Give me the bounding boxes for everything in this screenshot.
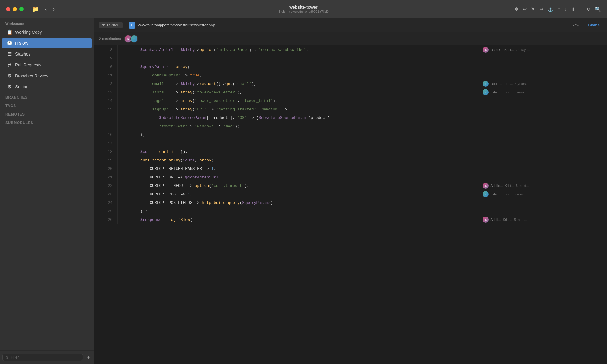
anchor-icon[interactable]: ⚓ (548, 6, 554, 12)
close-button[interactable] (6, 7, 10, 11)
stashes-label: Stashes (15, 52, 31, 56)
contributors-label: 2 contributors (99, 37, 121, 41)
forward-icon[interactable]: ↪ (539, 6, 543, 12)
blame-button[interactable]: Blame (585, 22, 602, 28)
content-area: 991a78d0 › P www/site/snippets/newslette… (94, 18, 607, 364)
sidebar-item-settings[interactable]: ⚙ Settings (2, 82, 92, 92)
table-row: 11 'doubleOptIn' => true, (94, 71, 607, 79)
raw-button[interactable]: Raw (569, 22, 582, 28)
blame-message: Initial... (490, 90, 501, 94)
sidebar-bottom: ⊙ Filter + (0, 350, 94, 364)
line-number: 25 (94, 207, 117, 215)
line-content: $obsoleteSourceParam['product'], 'OS' =>… (117, 113, 480, 122)
blame-author: Krist... (505, 184, 514, 187)
blame-cell: TUpdat...Tobi...4 years... (480, 79, 607, 88)
line-content (117, 54, 480, 62)
line-number: 15 (94, 105, 117, 113)
sidebar-item-stashes[interactable]: ☰ Stashes (2, 49, 92, 59)
file-path: www/site/snippets/newsletter/newsletter.… (138, 23, 566, 27)
table-row: 25 )); (94, 207, 607, 215)
sidebar-item-working-copy[interactable]: 📋 Working Copy (2, 27, 92, 37)
branches-review-icon: ⚙ (7, 73, 12, 79)
blame-time: 5 mont... (514, 218, 527, 221)
blame-time: 22 days... (516, 48, 530, 52)
flag-icon[interactable]: ⚑ (531, 6, 535, 12)
pull-requests-label: Pull Requests (15, 62, 41, 67)
blame-cell: TInitial...Tobi...5 years... (480, 190, 607, 198)
line-content: 'signup' => array('URI' => 'getting_star… (117, 105, 480, 113)
table-row: 24 CURLOPT_POSTFIELDS => http_build_quer… (94, 198, 607, 207)
blame-avatar: T (483, 89, 489, 95)
sidebar-item-pull-requests[interactable]: ⇄ Pull Requests (2, 60, 92, 70)
blame-cell (480, 71, 607, 79)
nav-back-button[interactable]: ‹ (45, 6, 47, 12)
line-number: 19 (94, 156, 117, 164)
main-layout: Workspace 📋 Working Copy 🕐 History ☰ Sta… (0, 18, 607, 364)
table-row: 21 CURLOPT_URL => $contactApiUrl, (94, 173, 607, 181)
code-area: 8 $contactApiUrl = $kirby->option('urls.… (94, 46, 607, 364)
table-row: 20 CURLOPT_RETURNTRANSFER => 1, (94, 164, 607, 173)
blame-cell (480, 122, 607, 130)
commit-hash[interactable]: 991a78d0 (99, 22, 123, 28)
line-content: )); (117, 207, 480, 215)
download-icon[interactable]: ↓ (565, 6, 567, 12)
maximize-button[interactable] (19, 7, 24, 11)
line-content: $queryParams = array( (117, 62, 480, 71)
blame-time: 4 years... (515, 82, 528, 86)
blame-time: 5 years... (514, 192, 527, 196)
line-number (94, 122, 117, 130)
blame-cell: KUse R...Krist...22 days... (480, 46, 607, 54)
share-icon[interactable]: ↩ (523, 6, 527, 12)
blame-cell (480, 113, 607, 122)
line-number: 18 (94, 147, 117, 156)
folder-icon[interactable]: 📁 (32, 6, 39, 12)
table-row: 15 'signup' => array('URI' => 'getting_s… (94, 105, 607, 113)
working-copy-label: Working Copy (15, 30, 42, 35)
line-content: CURLOPT_URL => $contactApiUrl, (117, 173, 480, 181)
minimize-button[interactable] (13, 7, 17, 11)
line-number: 20 (94, 164, 117, 173)
blame-message: Initial... (490, 192, 501, 196)
blame-time: 5 mont... (516, 184, 529, 187)
line-number: 22 (94, 181, 117, 190)
toolbar-right: ✥ ↩ ⚑ ↪ ⚓ ↑ ↓ ⬆ ⑂ ↺ 🔍 (513, 6, 607, 12)
line-number: 16 (94, 130, 117, 139)
traffic-lights: 📁 ‹ › (0, 6, 94, 12)
table-row: 8 $contactApiUrl = $kirby->option('urls.… (94, 46, 607, 54)
line-number: 12 (94, 79, 117, 88)
blame-cell (480, 173, 607, 181)
table-row: 23 CURLOPT_POST => 1,TInitial...Tobi...5… (94, 190, 607, 198)
merge-icon[interactable]: ⑂ (579, 6, 582, 12)
blame-cell: KAdd lo...Krist...5 mont... (480, 181, 607, 190)
line-number: 9 (94, 54, 117, 62)
settings-icon: ⚙ (7, 84, 12, 89)
table-row: 22 CURLOPT_TIMEOUT => option('curl.timeo… (94, 181, 607, 190)
blame-cell (480, 96, 607, 105)
title-center: website-tower Blob – newsletter.php@991a… (94, 5, 513, 13)
remotes-group: Remotes (0, 109, 94, 118)
line-content: 'doubleOptIn' => true, (117, 71, 480, 79)
table-row: 18 $curl = curl_init(); (94, 147, 607, 156)
refresh-icon[interactable]: ↺ (587, 6, 591, 12)
working-copy-icon: 📋 (7, 29, 12, 35)
nav-forward-button[interactable]: › (53, 6, 55, 12)
filter-input[interactable]: ⊙ Filter (2, 354, 83, 361)
blame-time: 5 years... (514, 90, 527, 94)
code-scroll[interactable]: 8 $contactApiUrl = $kirby->option('urls.… (94, 46, 607, 364)
line-content: $contactApiUrl = $kirby->option('urls.ap… (117, 46, 480, 54)
blame-cell (480, 156, 607, 164)
line-number: 10 (94, 62, 117, 71)
up-icon[interactable]: ↑ (558, 6, 560, 12)
line-content: CURLOPT_RETURNTRANSFER => 1, (117, 164, 480, 173)
search-icon[interactable]: 🔍 (595, 6, 601, 12)
blame-cell (480, 198, 607, 207)
branches-group: Branches (0, 92, 94, 101)
add-button[interactable]: + (85, 354, 91, 361)
blame-cell (480, 105, 607, 113)
sidebar-item-branches-review[interactable]: ⚙ Branches Review (2, 71, 92, 81)
sidebar-item-history[interactable]: 🕐 History (2, 38, 92, 48)
export-icon[interactable]: ⬆ (571, 6, 575, 12)
table-row: 'tower1-win' ? 'windows' : 'mac')) (94, 122, 607, 130)
cursor-icon[interactable]: ✥ (514, 6, 518, 12)
blame-cell: KAdd l...Krist...5 mont... (480, 215, 607, 224)
